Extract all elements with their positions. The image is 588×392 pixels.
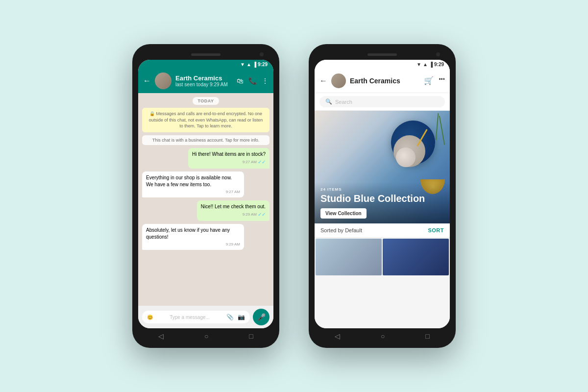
shop-more-icon[interactable]: ••• xyxy=(439,76,445,85)
search-placeholder: Search xyxy=(335,99,352,105)
emoji-icon[interactable]: 😊 xyxy=(147,315,153,320)
banner-overlay: 24 ITEMS Studio Blue Collection View Col… xyxy=(315,182,450,223)
camera-icon[interactable]: 📷 xyxy=(238,314,245,320)
more-options-icon[interactable]: ⋮ xyxy=(262,77,269,85)
cart-icon[interactable]: 🛒 xyxy=(424,76,434,85)
phone-1-top-bar xyxy=(138,50,273,59)
phone-1-screen: ▼ ▲ ▐ 9:29 ← Earth Ceramics last seen to… xyxy=(138,60,273,328)
chat-date-badge: TODAY xyxy=(193,97,219,105)
back-nav-icon-1[interactable]: ◁ xyxy=(158,332,164,340)
wifi-icon: ▼ xyxy=(240,62,245,67)
phone-2-camera xyxy=(436,52,440,56)
chat-header: ← Earth Ceramics last seen today 9:29 AM… xyxy=(138,69,273,93)
product-grid xyxy=(315,238,450,328)
chat-avatar[interactable] xyxy=(155,73,172,89)
message-time-4: 9:29 AM xyxy=(146,242,240,247)
battery-icon-2: ▐ xyxy=(429,62,433,67)
ceramic-plate-small xyxy=(396,147,416,167)
signal-icon-1: ▲ xyxy=(246,62,251,67)
view-collection-button[interactable]: View Collection xyxy=(320,208,367,219)
banner-items-count: 24 ITEMS xyxy=(320,187,444,192)
shop-header: ← Earth Ceramics 🛒 ••• xyxy=(315,69,450,93)
sorted-bar: Sorted by Default SORT xyxy=(315,223,450,238)
back-nav-icon-2[interactable]: ◁ xyxy=(335,332,340,340)
business-notice[interactable]: This chat is with a business account. Ta… xyxy=(142,135,270,145)
phone-1-chat: ▼ ▲ ▐ 9:29 ← Earth Ceramics last seen to… xyxy=(132,44,279,348)
attach-icon[interactable]: 📎 xyxy=(226,314,234,320)
message-time-1: 9:27 AM ✓✓ xyxy=(192,159,266,166)
chat-contact-info: Earth Ceramics last seen today 9:29 AM xyxy=(175,74,233,88)
phone-1-camera xyxy=(260,52,264,56)
message-time-2: 9:27 AM xyxy=(146,189,240,195)
status-bar-2-right: ▼ ▲ ▐ 9:29 xyxy=(416,62,444,67)
product-card-2[interactable] xyxy=(383,239,449,275)
phone-2-speaker xyxy=(368,53,397,56)
shop-search-bar: 🔍 Search xyxy=(315,93,450,111)
shop-body: 24 ITEMS Studio Blue Collection View Col… xyxy=(315,111,450,328)
chat-back-button[interactable]: ← xyxy=(143,76,151,85)
message-received-2: Absolutely, let us know if you have any … xyxy=(142,224,244,250)
status-time-1: 9:29 xyxy=(258,62,268,67)
shop-avatar[interactable] xyxy=(331,74,346,88)
status-bar-1-right: ▼ ▲ ▐ 9:29 xyxy=(240,62,268,67)
encryption-notice[interactable]: 🔒 Messages and calls are end-to-end encr… xyxy=(142,108,270,132)
phone-2-bottom-nav: ◁ ○ □ xyxy=(315,328,450,342)
battery-icon-1: ▐ xyxy=(253,62,256,67)
plant-stem-2 xyxy=(436,113,439,140)
shop-avatar-image xyxy=(331,74,346,88)
phone-2-shop: ▼ ▲ ▐ 9:29 ← Earth Ceramics 🛒 ••• 🔍 Sear… xyxy=(309,44,456,348)
chat-input-placeholder: Type a message... xyxy=(170,315,210,320)
message-sent-2: Nice!! Let me check them out. 9:29 AM ✓✓ xyxy=(197,200,270,221)
phone-call-icon[interactable]: 📞 xyxy=(248,77,257,85)
shop-search-input[interactable]: 🔍 Search xyxy=(319,96,445,107)
status-time-2: 9:29 xyxy=(434,62,444,67)
shop-contact-name: Earth Ceramics xyxy=(350,77,420,85)
shop-back-button[interactable]: ← xyxy=(319,76,327,85)
chat-input-icons: 📎 📷 xyxy=(226,314,245,320)
phone-1-speaker xyxy=(191,53,220,56)
phone-1-bottom-nav: ◁ ○ □ xyxy=(138,328,273,342)
product-card-1[interactable] xyxy=(316,239,382,275)
plant-stem-1 xyxy=(439,116,445,145)
home-nav-icon-1[interactable]: ○ xyxy=(204,332,208,340)
chat-input-bar: 😊 Type a message... 📎 📷 🎤 xyxy=(138,306,273,328)
search-icon: 🔍 xyxy=(325,98,332,105)
sort-link[interactable]: SORT xyxy=(428,227,444,233)
recent-nav-icon-2[interactable]: □ xyxy=(425,332,429,340)
chat-body: TODAY 🔒 Messages and calls are end-to-en… xyxy=(138,93,273,306)
status-bar-2: ▼ ▲ ▐ 9:29 xyxy=(315,60,450,69)
collection-banner: 24 ITEMS Studio Blue Collection View Col… xyxy=(315,111,450,223)
chat-header-icons: 🛍 📞 ⋮ xyxy=(237,77,269,85)
message-ticks-2: ✓✓ xyxy=(258,211,266,218)
phone-2-top-bar xyxy=(315,50,450,59)
wifi-icon-2: ▼ xyxy=(416,62,421,67)
chat-contact-name: Earth Ceramics xyxy=(175,74,233,82)
status-bar-1: ▼ ▲ ▐ 9:29 xyxy=(138,60,273,69)
phone-2-screen: ▼ ▲ ▐ 9:29 ← Earth Ceramics 🛒 ••• 🔍 Sear… xyxy=(315,60,450,328)
message-ticks-1: ✓✓ xyxy=(258,159,266,166)
message-text-3: Nice!! Let me check them out. xyxy=(201,203,266,210)
message-received-1: Everything in our shop is available now.… xyxy=(142,172,244,197)
chat-input-field[interactable]: 😊 Type a message... 📎 📷 xyxy=(142,311,250,323)
message-text-4: Absolutely, let us know if you have any … xyxy=(146,227,240,241)
mic-icon: 🎤 xyxy=(257,313,266,321)
message-sent-1: Hi there! What items are in stock? 9:27 … xyxy=(188,148,270,169)
banner-title: Studio Blue Collection xyxy=(320,193,444,204)
chat-contact-status: last seen today 9:29 AM xyxy=(175,82,233,87)
home-nav-icon-2[interactable]: ○ xyxy=(381,332,385,340)
mic-button[interactable]: 🎤 xyxy=(253,309,270,325)
signal-icon-2: ▲ xyxy=(423,62,428,67)
chat-avatar-image xyxy=(155,73,172,89)
shop-icon[interactable]: 🛍 xyxy=(237,77,244,85)
sorted-by-label: Sorted by Default xyxy=(320,227,362,233)
message-time-3: 9:29 AM ✓✓ xyxy=(201,211,266,218)
message-text-1: Hi there! What items are in stock? xyxy=(192,151,266,158)
message-text-2: Everything in our shop is available now.… xyxy=(146,174,240,188)
shop-header-icons: 🛒 ••• xyxy=(424,76,445,85)
recent-nav-icon-1[interactable]: □ xyxy=(249,332,253,340)
